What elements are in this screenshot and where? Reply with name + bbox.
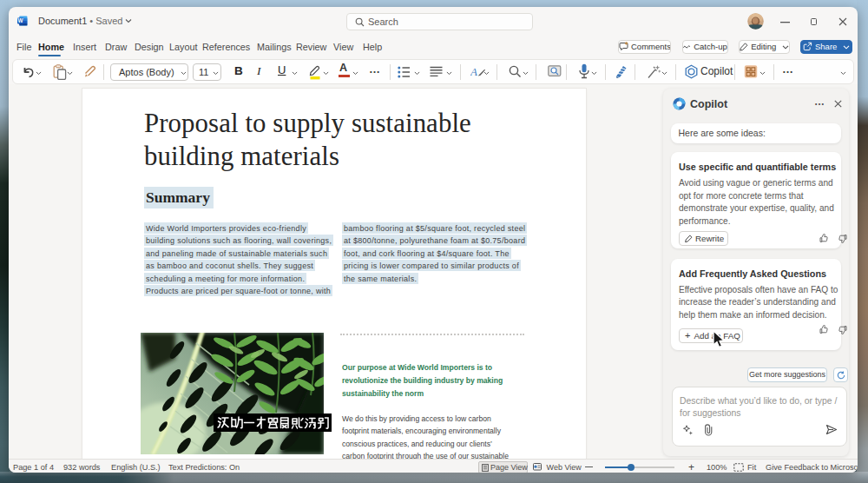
svg-text:A: A [470, 65, 477, 78]
svg-text:W: W [17, 17, 23, 23]
